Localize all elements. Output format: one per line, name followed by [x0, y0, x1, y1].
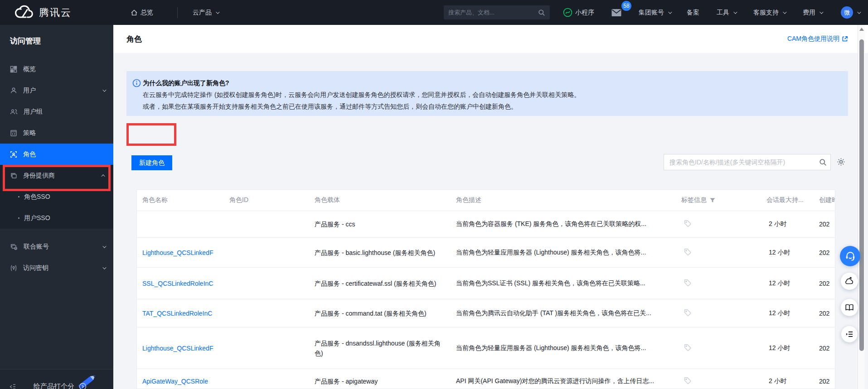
sidebar-item-label: 概览 — [23, 65, 36, 73]
main-area: 角色 CAM角色使用说明 为什么我的账户出现了新角色? 在云服务中完成特定操作 … — [113, 25, 868, 389]
sidebar-item-label: 用户组 — [24, 108, 43, 116]
topbar: 腾讯云 总览 云产品 小程序 — [0, 0, 868, 25]
created-time: 202 — [819, 310, 835, 317]
documentation-button[interactable] — [841, 299, 858, 316]
table-header-row: 角色名称 角色ID 角色载体 角色描述 标签信息 会话最大持... 创建时间 — [137, 190, 835, 211]
sidebar-item-label: 用户SSO — [24, 214, 50, 222]
customer-service-button[interactable] — [840, 246, 860, 266]
role-carrier: 产品服务 - command.tat (服务相关角色) — [315, 308, 447, 318]
role-description: API 网关(API Gateway)对您的腾讯云资源进行访问操作，含上传日志.… — [456, 377, 679, 385]
feedback-list-button[interactable] — [841, 326, 858, 342]
filter-icon[interactable] — [710, 198, 715, 203]
created-time: 202 — [819, 378, 835, 385]
chevron-down-icon — [857, 10, 861, 14]
sidebar-item-label: 访问密钥 — [23, 264, 95, 272]
search-icon[interactable] — [815, 158, 830, 166]
topbar-search[interactable] — [444, 5, 550, 19]
sidebar-item-user-sso[interactable]: 用户SSO — [0, 207, 113, 229]
role-search-box[interactable] — [664, 154, 831, 170]
miniprogram-entry[interactable]: 小程序 — [563, 0, 594, 25]
table-row: Lighthouse_QCSLinkedF 产品服务 - dnsandssl.l… — [137, 327, 835, 369]
role-description: 当前角色为轻量应用服务器 (Lighthouse) 服务相关角色，该角色将... — [456, 344, 679, 352]
headset-icon — [844, 250, 856, 262]
menu-beian[interactable]: 备案 — [687, 0, 699, 25]
gear-icon[interactable] — [837, 158, 845, 168]
topbar-divider — [177, 7, 178, 18]
page-scrollbar[interactable] — [858, 25, 865, 389]
topbar-search-input[interactable] — [448, 9, 538, 16]
role-name-link[interactable]: ApiGateWay_QCSRole — [142, 378, 225, 385]
chevron-down-icon — [733, 10, 737, 14]
session-duration: 12 小时 — [769, 279, 819, 288]
column-header-role-desc: 角色描述 — [456, 196, 481, 204]
role-description: 当前角色为容器服务 (TKE) 服务角色，该角色将在已关联策略的权... — [456, 220, 679, 228]
sidebar-item-label: 角色 — [23, 150, 36, 158]
role-carrier: 产品服务 - basic.lighthouse (服务相关角色) — [315, 248, 447, 258]
sidebar-footer: 给产品打个分 — [0, 369, 113, 389]
menu-tools[interactable]: 工具 — [717, 0, 736, 25]
mail-badge: 58 — [621, 1, 631, 11]
tag-icon[interactable] — [684, 377, 692, 386]
sidebar-item-identity-providers[interactable]: 身份提供商 — [0, 165, 113, 186]
mail-icon — [611, 8, 622, 17]
nav-overview[interactable]: 总览 — [131, 0, 153, 25]
cam-role-doc-link[interactable]: CAM角色使用说明 — [787, 35, 848, 43]
cam-role-doc-link-label: CAM角色使用说明 — [787, 35, 839, 43]
page-title: 角色 — [126, 34, 142, 44]
column-header-tags[interactable]: 标签信息 — [681, 196, 715, 204]
tag-icon[interactable] — [684, 308, 692, 318]
notifications-button[interactable] — [841, 273, 858, 290]
list-icon — [845, 330, 854, 339]
feedback-arrow-icon[interactable] — [79, 383, 87, 389]
scrollbar-up-arrow[interactable] — [859, 28, 864, 31]
chevron-down-icon — [783, 10, 786, 14]
create-role-button[interactable]: 新建角色 — [131, 155, 172, 170]
created-time: 202 — [819, 280, 835, 287]
sidebar-item-access-keys[interactable]: 访问密钥 — [0, 257, 113, 279]
role-name-link[interactable]: SSL_QCSLinkedRoleInC — [142, 280, 225, 287]
scrollbar-thumb[interactable] — [859, 39, 864, 351]
book-icon — [844, 303, 854, 312]
role-carrier: 产品服务 - certificatewaf.ssl (服务相关角色) — [315, 279, 447, 288]
sidebar-item-user-groups[interactable]: 用户组 — [0, 101, 113, 122]
sidebar-item-policies[interactable]: 策略 — [0, 122, 113, 144]
nav-products-label: 云产品 — [193, 9, 212, 17]
grid-icon — [10, 66, 17, 73]
session-duration: 2 小时 — [769, 377, 819, 385]
external-link-icon — [842, 36, 848, 42]
column-header-session-duration: 会话最大持... — [766, 196, 804, 204]
search-icon[interactable] — [538, 9, 545, 16]
tencent-cloud-logo[interactable]: 腾讯云 — [14, 5, 72, 21]
tag-icon[interactable] — [684, 248, 692, 257]
sidebar-item-users[interactable]: 用户 — [0, 80, 113, 101]
tag-icon[interactable] — [684, 279, 692, 288]
mail-entry[interactable] — [611, 0, 622, 25]
menu-group-account[interactable]: 集团账号 — [639, 0, 671, 25]
role-name-link[interactable]: Lighthouse_QCSLinkedF — [142, 345, 225, 352]
sidebar-item-federated-accounts[interactable]: 联合账号 — [0, 236, 113, 257]
avatar[interactable]: 微 — [841, 6, 853, 19]
collapse-sidebar-icon[interactable] — [9, 383, 16, 389]
federated-account-icon — [10, 243, 18, 250]
menu-support[interactable]: 客服支持 — [753, 0, 786, 25]
role-name-link[interactable]: TAT_QCSLinkedRoleInC — [142, 310, 225, 317]
role-description: 当前角色为轻量应用服务器 (Lighthouse) 服务相关角色，该角色将... — [456, 249, 679, 257]
nav-cloud-products[interactable]: 云产品 — [193, 0, 218, 25]
tag-icon[interactable] — [684, 343, 692, 353]
rate-product-label[interactable]: 给产品打个分 — [34, 382, 74, 389]
user-menu[interactable]: 微 — [841, 0, 860, 25]
tag-icon[interactable] — [684, 220, 692, 229]
chevron-down-icon — [102, 244, 106, 248]
table-row: SSL_QCSLinkedRoleInC 产品服务 - certificatew… — [137, 268, 835, 299]
role-name-link[interactable]: Lighthouse_QCSLinkedF — [142, 249, 225, 256]
column-header-created: 创建时间 — [819, 196, 835, 204]
sidebar-item-role-sso[interactable]: 角色SSO — [0, 186, 113, 207]
sidebar-item-label: 角色SSO — [24, 193, 50, 201]
sidebar-item-overview[interactable]: 概览 — [0, 58, 113, 80]
role-description: 当前角色为腾讯云自动化助手 (TAT )服务相关角色，该角色将在已关... — [456, 309, 679, 317]
menu-billing[interactable]: 费用 — [803, 0, 822, 25]
session-duration: 12 小时 — [769, 249, 819, 257]
sidebar-item-roles[interactable]: 角色 — [0, 144, 113, 165]
role-search-input[interactable] — [664, 158, 815, 166]
created-time: 202 — [819, 249, 835, 256]
